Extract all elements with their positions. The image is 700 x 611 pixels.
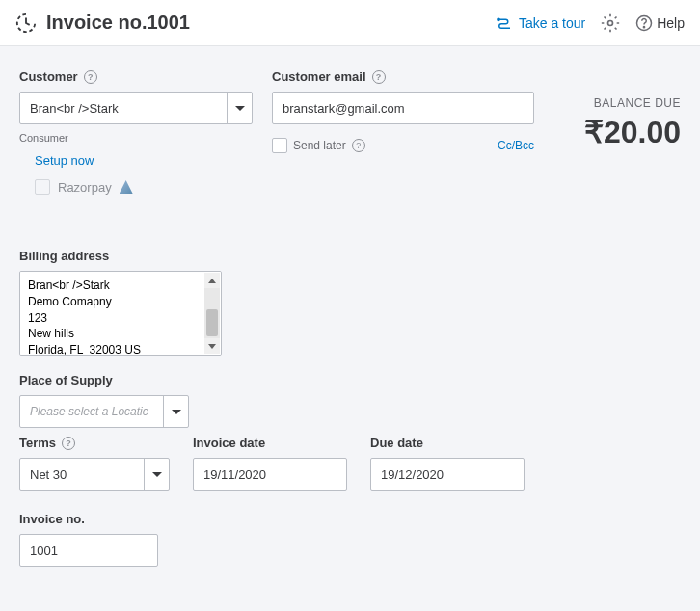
svg-point-3 (644, 26, 645, 27)
chevron-down-icon[interactable] (144, 459, 169, 490)
setup-now-link[interactable]: Setup now (35, 153, 253, 168)
invoice-no-input[interactable] (19, 534, 158, 567)
customer-select[interactable]: Bran<br />Stark (19, 92, 253, 124)
terms-value: Net 30 (20, 459, 144, 490)
svg-point-1 (608, 20, 613, 25)
send-later-checkbox[interactable] (272, 138, 287, 153)
customer-label: Customer ? (19, 69, 253, 84)
place-of-supply-select[interactable]: Please select a Locatic (19, 395, 189, 428)
page-title: Invoice no.1001 (15, 12, 496, 34)
invoice-icon (15, 13, 37, 34)
help-link[interactable]: Help (635, 14, 685, 32)
billing-address-input[interactable] (19, 271, 222, 356)
help-icon (635, 14, 653, 32)
chevron-down-icon[interactable] (163, 396, 188, 427)
gear-icon (601, 13, 620, 33)
invoice-date-input[interactable] (193, 458, 347, 491)
header: Invoice no.1001 Take a tour Help (0, 0, 700, 46)
svg-point-0 (498, 18, 499, 20)
help-circle-icon[interactable]: ? (352, 139, 365, 152)
customer-email-label: Customer email ? (272, 69, 534, 84)
scroll-thumb[interactable] (206, 309, 218, 336)
scrollbar[interactable] (204, 273, 220, 354)
razorpay-icon (120, 180, 133, 194)
take-tour-label: Take a tour (519, 15, 585, 31)
due-date-label: Due date (370, 436, 525, 450)
due-date-input[interactable] (370, 458, 525, 491)
tour-icon (496, 14, 513, 32)
help-circle-icon[interactable]: ? (372, 70, 386, 84)
terms-label: Terms ? (19, 436, 170, 450)
invoice-date-label: Invoice date (193, 436, 347, 450)
balance-due-amount: ₹20.00 (553, 114, 681, 150)
header-actions: Take a tour Help (496, 13, 685, 33)
place-of-supply-label: Place of Supply (19, 373, 681, 387)
customer-email-input[interactable] (272, 92, 534, 124)
billing-address-label: Billing address (19, 249, 681, 263)
razorpay-option: Razorpay (35, 179, 253, 195)
balance-due-label: BALANCE DUE (553, 96, 681, 110)
help-circle-icon[interactable]: ? (62, 437, 75, 450)
invoice-no-label: Invoice no. (19, 512, 681, 526)
terms-select[interactable]: Net 30 (19, 458, 170, 491)
ccbcc-link[interactable]: Cc/Bcc (498, 139, 534, 152)
scroll-track[interactable] (204, 288, 220, 338)
chevron-down-icon[interactable] (227, 93, 252, 123)
title-text: Invoice no.1001 (46, 12, 190, 34)
place-of-supply-placeholder: Please select a Locatic (20, 396, 163, 427)
razorpay-checkbox[interactable] (35, 179, 50, 195)
scroll-up-button[interactable] (204, 273, 220, 288)
razorpay-label: Razorpay (58, 180, 112, 195)
settings-button[interactable] (601, 13, 620, 33)
help-label: Help (657, 15, 685, 31)
send-later-label: Send later (293, 139, 346, 152)
help-circle-icon[interactable]: ? (84, 70, 97, 84)
take-tour-link[interactable]: Take a tour (496, 14, 585, 32)
scroll-down-button[interactable] (204, 338, 220, 354)
consumer-label: Consumer (19, 132, 253, 144)
customer-select-value: Bran<br />Stark (20, 93, 227, 123)
